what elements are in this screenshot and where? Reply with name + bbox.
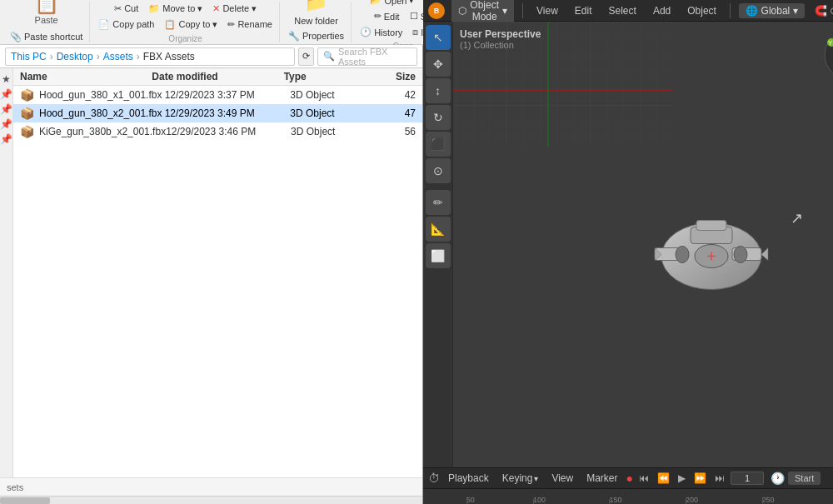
breadcrumb-desktop[interactable]: Desktop <box>57 51 93 62</box>
move-to-button[interactable]: 📁 Move to ▾ <box>145 2 206 16</box>
blender-logo-text: B <box>434 7 440 15</box>
nav-pin-3[interactable]: 📌 <box>0 118 12 130</box>
clock-icon: 🕐 <box>771 472 785 485</box>
cut-icon: ✂ <box>114 3 122 14</box>
explorer-status: sets <box>0 477 422 496</box>
invert-icon: ⧈ <box>412 27 418 37</box>
prev-frame-button[interactable]: ⏪ <box>655 472 672 484</box>
blender-viewport[interactable]: User Perspective (1) Collection ↖ ✥ ↕ ↻ … <box>423 22 833 467</box>
paste-shortcut-button[interactable]: 📎 Paste shortcut <box>7 30 86 44</box>
timeline-controls: ⏱ Playback Keying ▾ View Marker ● ⏮ ⏪ ▶ … <box>423 468 833 489</box>
transform-icon: 🌐 <box>746 5 758 17</box>
breadcrumb-this-pc[interactable]: This PC <box>11 51 47 62</box>
measure-tool-button[interactable]: ✏ <box>426 190 451 215</box>
svg-marker-26 <box>761 247 768 260</box>
topbar-object-menu[interactable]: Object <box>682 3 721 18</box>
history-button[interactable]: 🕐 History <box>357 25 406 39</box>
new-folder-button[interactable]: 📁 New folder <box>289 0 343 27</box>
start-button[interactable]: Start <box>788 472 821 485</box>
new-folder-label: New folder <box>294 16 338 26</box>
breadcrumb-sep-2: › <box>97 51 100 62</box>
h-scrollbar[interactable] <box>0 496 422 504</box>
topbar-select-menu[interactable]: Select <box>604 3 641 18</box>
proportional-icon[interactable]: ⊙ <box>830 5 833 17</box>
annotate-tool-button[interactable]: ⊙ <box>426 158 451 183</box>
jump-start-button[interactable]: ⏮ <box>636 472 651 484</box>
topbar-edit-menu[interactable]: Edit <box>570 3 597 18</box>
topbar-view-menu[interactable]: View <box>531 3 563 18</box>
topbar-add-menu[interactable]: Add <box>648 3 676 18</box>
col-header-size[interactable]: Size <box>382 71 416 82</box>
file-row-0[interactable]: 📦 Hood_gun_380_x1_001.fbx 12/29/2023 3:3… <box>13 86 422 104</box>
properties-button[interactable]: 🔧 Properties <box>285 29 347 43</box>
ruler-marks: 50 100 150 200 <box>428 489 833 504</box>
copy-path-button[interactable]: 📄 Copy path <box>95 17 157 32</box>
ruler-line-150 <box>609 499 610 504</box>
h-scroll-thumb[interactable] <box>0 497 50 504</box>
timeline-icon: ⏱ <box>428 472 440 485</box>
breadcrumb[interactable]: This PC › Desktop › Assets › FBX Assets <box>5 47 295 66</box>
blender-logo: B <box>428 2 445 19</box>
select-none-icon: ☐ <box>410 11 418 22</box>
col-header-name[interactable]: Name <box>20 71 152 82</box>
nav-star[interactable]: ★ <box>2 73 11 85</box>
next-frame-button[interactable]: ⏩ <box>691 472 709 484</box>
add-cube-button[interactable]: 📐 <box>426 217 451 242</box>
cursor-tool-button[interactable]: ⬜ <box>426 243 451 268</box>
file-name-0: Hood_gun_380_x1_001.fbx <box>39 89 165 101</box>
new-group: 📁 New folder 🔧 Properties New <box>282 2 352 42</box>
svg-point-21 <box>734 246 747 262</box>
paste-button[interactable]: 📋 Paste <box>27 0 66 28</box>
open-button[interactable]: 📂 Open ▾ <box>367 0 417 7</box>
ruler-line-50 <box>466 499 467 504</box>
file-row-2[interactable]: 📦 KiGe_gun_380b_x2_001.fbx 12/29/2023 3:… <box>13 122 422 141</box>
rename-button[interactable]: ✏ Rename <box>224 17 276 32</box>
playback-menu[interactable]: Playback <box>443 471 494 486</box>
object-mode-chevron: ▾ <box>502 5 507 17</box>
collection-label: (1) Collection <box>460 40 541 50</box>
refresh-button[interactable]: ⟳ <box>298 47 314 66</box>
ruler-line-100 <box>533 499 534 504</box>
cut-label: Cut <box>124 3 138 13</box>
timeline-ruler[interactable]: 50 100 150 200 <box>423 489 833 504</box>
cut-button[interactable]: ✂ Cut <box>111 2 142 16</box>
transform-label: Global <box>761 5 791 17</box>
rotate-tool-button[interactable]: ↻ <box>426 105 451 130</box>
delete-button[interactable]: ✕ Delete ▾ <box>209 2 260 16</box>
left-nav: ★ 📌 📌 📌 📌 <box>0 68 13 477</box>
transform-tool-button[interactable]: ⬛ <box>426 132 451 157</box>
col-header-type[interactable]: Type <box>284 71 383 82</box>
file-type-2: 3D Object <box>291 126 384 137</box>
blender-left-toolbar: ↖ ✥ ↕ ↻ ⬛ ⊙ ✏ 📐 ⬜ <box>423 22 453 467</box>
record-button[interactable]: ● <box>626 472 633 485</box>
play-button[interactable]: ▶ <box>676 472 688 484</box>
object-mode-button[interactable]: ⬡ Object Mode ▾ <box>451 0 514 24</box>
col-header-date[interactable]: Date modified <box>152 71 283 82</box>
magnet-icon[interactable]: 🧲 <box>815 5 827 17</box>
edit-button[interactable]: ✏ Edit <box>371 9 403 23</box>
nav-pin-1[interactable]: 📌 <box>0 88 12 100</box>
copy-to-button[interactable]: 📋 Copy to ▾ <box>161 17 221 32</box>
properties-icon: 🔧 <box>288 31 300 42</box>
search-box[interactable]: 🔍 Search FBX Assets <box>317 47 417 66</box>
paste-shortcut-label: Paste shortcut <box>24 32 82 42</box>
topbar-sep-2 <box>730 3 731 18</box>
jump-end-button[interactable]: ⏭ <box>712 472 727 484</box>
nav-pin-2[interactable]: 📌 <box>0 103 12 115</box>
breadcrumb-assets[interactable]: Assets <box>103 51 133 62</box>
frame-input[interactable] <box>731 472 764 485</box>
ruler-line-250 <box>762 499 763 504</box>
scale-tool-button[interactable]: ↕ <box>426 78 451 103</box>
view-menu[interactable]: View <box>546 471 578 486</box>
edit-label: Edit <box>384 12 400 22</box>
marker-menu[interactable]: Marker <box>581 471 622 486</box>
select-tool-button[interactable]: ↖ <box>426 25 451 50</box>
move-tool-button[interactable]: ✥ <box>426 52 451 77</box>
axis-gizmo[interactable]: X Y Z <box>823 30 833 80</box>
breadcrumb-fbx-assets[interactable]: FBX Assets <box>143 51 195 62</box>
file-type-1: 3D Object <box>290 107 384 119</box>
file-row-1[interactable]: 📦 Hood_gun_380_x2_001.fbx 12/29/2023 3:4… <box>13 104 422 122</box>
keying-menu[interactable]: Keying ▾ <box>497 471 544 486</box>
nav-pin-4[interactable]: 📌 <box>0 133 12 145</box>
transform-button[interactable]: 🌐 Global ▾ <box>739 3 806 18</box>
